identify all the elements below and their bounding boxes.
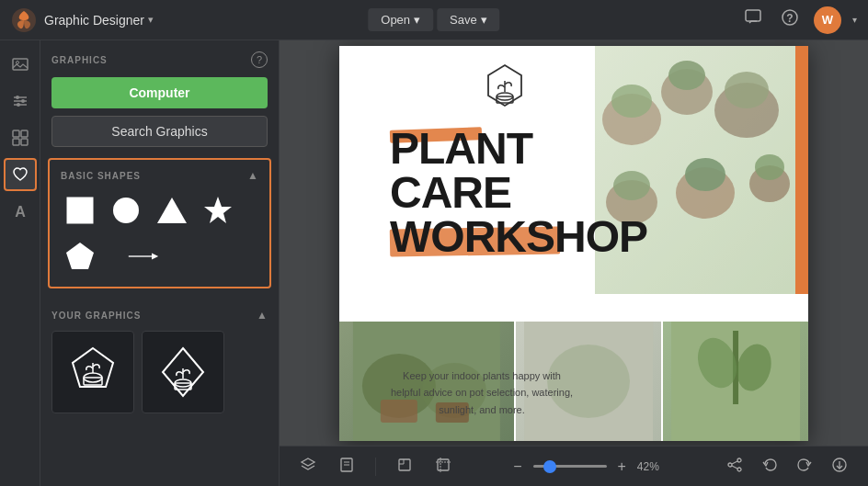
svg-point-9 (16, 96, 19, 99)
shapes-title: BASIC SHAPES (61, 171, 141, 181)
svg-rect-4 (13, 59, 28, 70)
app-logo (11, 7, 37, 33)
zoom-plus-button[interactable]: + (612, 457, 632, 477)
svg-point-18 (113, 198, 139, 223)
shapes-collapse-icon[interactable]: ▲ (247, 169, 258, 182)
graphics-section: GRAPHICS ? Computer Search Graphics (40, 40, 279, 158)
canvas-title: PLANT CARE WORKSHOP (390, 127, 647, 259)
sidebar-item-grid[interactable] (4, 121, 37, 154)
shape-star[interactable] (199, 191, 237, 230)
icon-sidebar: A (0, 40, 40, 486)
svg-rect-13 (21, 130, 28, 137)
title-line3: WORKSHOP (390, 215, 647, 259)
shape-pentagon[interactable] (61, 237, 99, 276)
topbar: Graphic Designer ▾ Open ▾ Save ▾ ? W ▾ (0, 0, 868, 40)
shapes-header: BASIC SHAPES ▲ (61, 169, 258, 182)
plant-icon (482, 62, 528, 117)
bottom-toolbar: − + 42% (280, 446, 868, 486)
zoom-slider[interactable] (533, 465, 607, 468)
zoom-control: − + 42% (508, 457, 670, 477)
user-avatar[interactable]: W (814, 6, 841, 34)
svg-point-10 (21, 99, 25, 103)
svg-marker-20 (204, 197, 232, 223)
right-actions (721, 453, 853, 480)
svg-line-71 (732, 466, 737, 469)
topbar-right: ? W ▾ (740, 5, 857, 35)
open-button[interactable]: Open ▾ (368, 8, 433, 31)
svg-rect-12 (13, 130, 19, 137)
search-graphics-button[interactable]: Search Graphics (51, 116, 268, 147)
graphic-thumb-1[interactable] (51, 331, 134, 413)
canvas-viewport[interactable]: PLANT CARE WORKSHOP Keep your indoor pla… (280, 40, 868, 446)
svg-point-69 (737, 468, 741, 471)
panel: GRAPHICS ? Computer Search Graphics BASI… (40, 40, 280, 486)
fit-button[interactable] (391, 453, 418, 480)
svg-point-68 (728, 463, 732, 467)
zoom-label: 42% (637, 460, 670, 473)
redo-button[interactable] (791, 453, 818, 480)
your-graphics-collapse-icon[interactable]: ▲ (257, 309, 268, 322)
orange-stripe-right (795, 46, 808, 294)
your-graphics-title: YOUR GRAPHICS (51, 311, 141, 321)
svg-point-67 (737, 458, 741, 462)
help-icon[interactable]: ? (251, 51, 268, 68)
undo-button[interactable] (756, 453, 783, 480)
shape-triangle[interactable] (153, 191, 191, 230)
computer-button[interactable]: Computer (51, 77, 268, 108)
title-line2: CARE (390, 171, 647, 215)
shape-circle[interactable] (107, 191, 145, 230)
shape-arrow-line[interactable] (107, 237, 180, 276)
zoom-minus-button[interactable]: − (508, 457, 527, 477)
svg-marker-19 (157, 198, 187, 223)
download-button[interactable] (826, 453, 853, 480)
divider-1 (375, 458, 376, 476)
svg-rect-63 (399, 459, 410, 470)
main-content: A GRAPHICS ? Computer Search Graphics BA… (0, 40, 868, 486)
app-name: Graphic Designer (44, 13, 144, 28)
svg-rect-64 (438, 459, 449, 470)
shape-square[interactable] (61, 191, 99, 230)
title-line1: PLANT (390, 127, 647, 171)
svg-rect-14 (13, 139, 19, 145)
shapes-grid (61, 191, 258, 276)
graphic-thumb-2[interactable] (142, 331, 224, 413)
graphics-grid (51, 331, 268, 413)
graphics-title: GRAPHICS (51, 55, 108, 65)
sidebar-item-heart[interactable] (4, 158, 37, 191)
canvas-area: PLANT CARE WORKSHOP Keep your indoor pla… (280, 40, 868, 486)
share-button[interactable] (721, 453, 748, 480)
svg-marker-23 (152, 253, 158, 259)
svg-rect-17 (67, 198, 93, 223)
svg-point-11 (17, 103, 20, 107)
svg-text:?: ? (786, 12, 793, 25)
sidebar-item-sliders[interactable] (4, 85, 37, 118)
save-button[interactable]: Save ▾ (437, 8, 500, 31)
your-graphics-header: YOUR GRAPHICS ▲ (51, 309, 268, 322)
sidebar-item-text[interactable]: A (4, 195, 37, 228)
basic-shapes-section: BASIC SHAPES ▲ (48, 158, 271, 288)
svg-rect-1 (746, 10, 760, 21)
your-graphics-section: YOUR GRAPHICS ▲ (40, 300, 279, 423)
svg-rect-15 (21, 139, 28, 145)
svg-point-5 (16, 62, 18, 64)
sidebar-item-image[interactable] (4, 48, 37, 81)
chat-icon-button[interactable] (740, 5, 766, 35)
canvas-document: PLANT CARE WORKSHOP Keep your indoor pla… (339, 46, 808, 441)
page-button[interactable] (333, 453, 360, 480)
canvas-subtitle: Keep your indoor plants happy with helpf… (390, 367, 574, 419)
svg-line-70 (732, 461, 737, 464)
help-icon-button[interactable]: ? (777, 5, 803, 35)
app-name-chevron[interactable]: ▾ (148, 14, 154, 26)
topbar-center-actions: Open ▾ Save ▾ (368, 8, 499, 31)
graphics-header: GRAPHICS ? (51, 51, 268, 68)
svg-text:A: A (15, 204, 26, 220)
user-chevron[interactable]: ▾ (852, 15, 857, 25)
crop-button[interactable] (429, 453, 457, 480)
svg-marker-21 (66, 243, 94, 269)
bottom-photo-3 (663, 322, 808, 441)
layers-button[interactable] (294, 453, 322, 480)
